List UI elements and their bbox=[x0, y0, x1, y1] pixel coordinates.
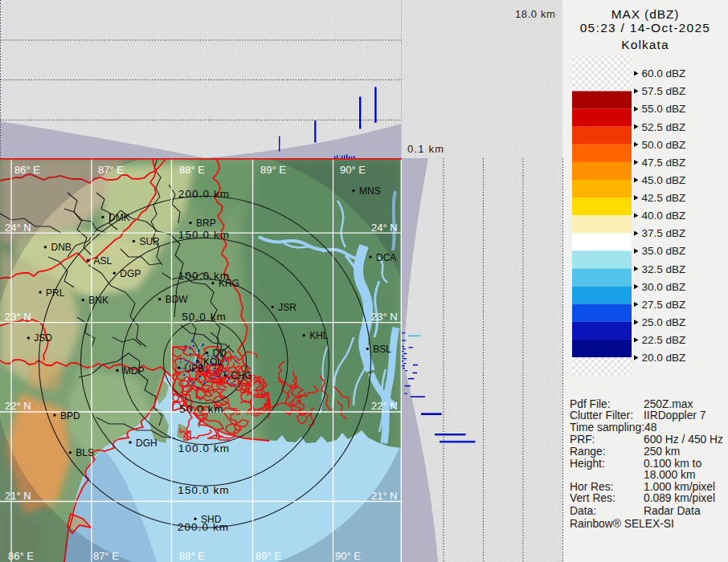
svg-text:42.5 dBZ: 42.5 dBZ bbox=[642, 192, 686, 204]
svg-text:22.5 dBZ: 22.5 dBZ bbox=[642, 334, 686, 346]
svg-text:24° N: 24° N bbox=[371, 222, 398, 234]
svg-text:600 Hz / 450 Hz: 600 Hz / 450 Hz bbox=[644, 434, 723, 446]
svg-text:86° E: 86° E bbox=[8, 550, 34, 562]
svg-text:DCA: DCA bbox=[376, 252, 396, 263]
svg-text:DGP: DGP bbox=[120, 268, 141, 279]
svg-text:25.0 dBZ: 25.0 dBZ bbox=[642, 316, 686, 328]
svg-text:MNS: MNS bbox=[359, 185, 381, 197]
svg-text:50.0 dBZ: 50.0 dBZ bbox=[642, 139, 686, 151]
svg-text:52.5 dBZ: 52.5 dBZ bbox=[642, 121, 686, 133]
svg-text:Kolkata: Kolkata bbox=[621, 38, 669, 51]
svg-text:KHL: KHL bbox=[309, 330, 329, 341]
svg-text:DGH: DGH bbox=[136, 438, 157, 449]
svg-text:60.0 dBZ: 60.0 dBZ bbox=[642, 67, 686, 79]
svg-text:Vert Res:: Vert Res: bbox=[570, 492, 616, 504]
svg-text:MDP: MDP bbox=[123, 365, 145, 377]
svg-text:23° N: 23° N bbox=[371, 311, 398, 323]
svg-text:PRL: PRL bbox=[46, 287, 65, 299]
svg-text:89° E: 89° E bbox=[260, 164, 286, 176]
svg-text:37.5 dBZ: 37.5 dBZ bbox=[642, 227, 686, 239]
svg-text:Radar Data: Radar Data bbox=[644, 505, 701, 517]
svg-text:250 km: 250 km bbox=[644, 446, 680, 458]
svg-text:88° E: 88° E bbox=[179, 164, 205, 176]
svg-text:BDW: BDW bbox=[166, 294, 189, 305]
svg-text:21° N: 21° N bbox=[371, 490, 398, 502]
svg-text:BSL: BSL bbox=[373, 344, 391, 355]
svg-text:Pdf File:: Pdf File: bbox=[570, 398, 611, 410]
svg-text:CHG: CHG bbox=[231, 370, 252, 381]
svg-text:22° N: 22° N bbox=[371, 400, 398, 412]
svg-text:0.100 km to: 0.100 km to bbox=[644, 458, 701, 470]
svg-text:88° E: 88° E bbox=[179, 550, 205, 562]
svg-text:BNK: BNK bbox=[88, 295, 108, 306]
svg-text:Rainbow® SELEX-SI: Rainbow® SELEX-SI bbox=[570, 518, 674, 530]
svg-text:Range:: Range: bbox=[570, 446, 606, 458]
svg-text:21° N: 21° N bbox=[5, 490, 31, 502]
svg-text:24° N: 24° N bbox=[5, 222, 31, 234]
svg-text:KOL: KOL bbox=[203, 356, 223, 368]
svg-text:DNB: DNB bbox=[51, 242, 72, 253]
svg-text:Height:: Height: bbox=[570, 458, 605, 470]
svg-text:ASL: ASL bbox=[94, 255, 112, 267]
svg-text:Data:: Data: bbox=[570, 505, 596, 517]
svg-text:35.0 dBZ: 35.0 dBZ bbox=[642, 245, 686, 257]
svg-text:Clutter Filter:: Clutter Filter: bbox=[570, 409, 633, 422]
svg-text:32.5 dBZ: 32.5 dBZ bbox=[642, 263, 686, 275]
svg-text:05:23 / 14-Oct-2025: 05:23 / 14-Oct-2025 bbox=[580, 21, 711, 35]
svg-text:0.089 km/pixel: 0.089 km/pixel bbox=[644, 492, 715, 504]
svg-text:87° E: 87° E bbox=[98, 164, 124, 176]
svg-text:47.5 dBZ: 47.5 dBZ bbox=[642, 157, 686, 169]
svg-text:150.0 km: 150.0 km bbox=[178, 229, 230, 241]
svg-text:MAX (dBZ): MAX (dBZ) bbox=[611, 7, 680, 21]
svg-text:50.0 km: 50.0 km bbox=[179, 403, 224, 415]
svg-text:86° E: 86° E bbox=[14, 164, 40, 176]
svg-text:22° N: 22° N bbox=[5, 400, 31, 412]
svg-text:87° E: 87° E bbox=[93, 550, 119, 562]
svg-text:50.0 km: 50.0 km bbox=[182, 311, 227, 323]
svg-text:SHD: SHD bbox=[201, 514, 222, 525]
svg-text:89° E: 89° E bbox=[256, 550, 281, 562]
svg-text:27.5 dBZ: 27.5 dBZ bbox=[642, 299, 686, 311]
svg-text:250Z.max: 250Z.max bbox=[644, 398, 693, 410]
svg-text:150.0 km: 150.0 km bbox=[178, 484, 229, 496]
svg-text:57.5 dBZ: 57.5 dBZ bbox=[642, 85, 686, 97]
svg-text:DMK: DMK bbox=[108, 212, 130, 223]
svg-text:KRG: KRG bbox=[219, 278, 239, 289]
svg-text:SUR: SUR bbox=[139, 236, 160, 247]
svg-text:0.1 km: 0.1 km bbox=[407, 143, 444, 155]
svg-text:45.0 dBZ: 45.0 dBZ bbox=[642, 174, 686, 186]
svg-text:PRF:: PRF: bbox=[570, 434, 595, 446]
svg-text:Time sampling:48: Time sampling:48 bbox=[570, 422, 657, 434]
svg-text:23° N: 23° N bbox=[5, 311, 31, 323]
svg-text:90° E: 90° E bbox=[335, 550, 361, 562]
svg-text:20.0 dBZ: 20.0 dBZ bbox=[642, 352, 686, 364]
svg-text:18.0 km: 18.0 km bbox=[515, 8, 555, 20]
svg-text:JSD: JSD bbox=[34, 332, 52, 344]
svg-text:BLS: BLS bbox=[76, 447, 94, 458]
svg-text:100.0 km: 100.0 km bbox=[178, 442, 230, 454]
svg-text:40.0 dBZ: 40.0 dBZ bbox=[642, 210, 686, 222]
svg-text:200.0 km: 200.0 km bbox=[178, 188, 230, 200]
svg-text:JSR: JSR bbox=[278, 302, 297, 313]
svg-text:18.000 km: 18.000 km bbox=[644, 469, 695, 481]
svg-text:90° E: 90° E bbox=[340, 164, 366, 176]
svg-text:UPB: UPB bbox=[184, 363, 204, 374]
svg-text:IIRDoppler 7: IIRDoppler 7 bbox=[644, 409, 706, 422]
svg-text:BRP: BRP bbox=[196, 218, 216, 229]
svg-text:BPD: BPD bbox=[60, 410, 80, 422]
svg-text:30.0 dBZ: 30.0 dBZ bbox=[642, 281, 686, 293]
svg-text:55.0 dBZ: 55.0 dBZ bbox=[642, 103, 686, 115]
